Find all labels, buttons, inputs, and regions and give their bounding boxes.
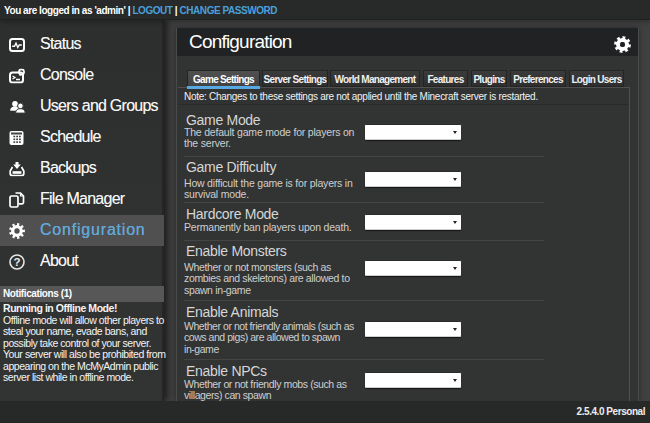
svg-text:?: ? — [13, 256, 20, 268]
